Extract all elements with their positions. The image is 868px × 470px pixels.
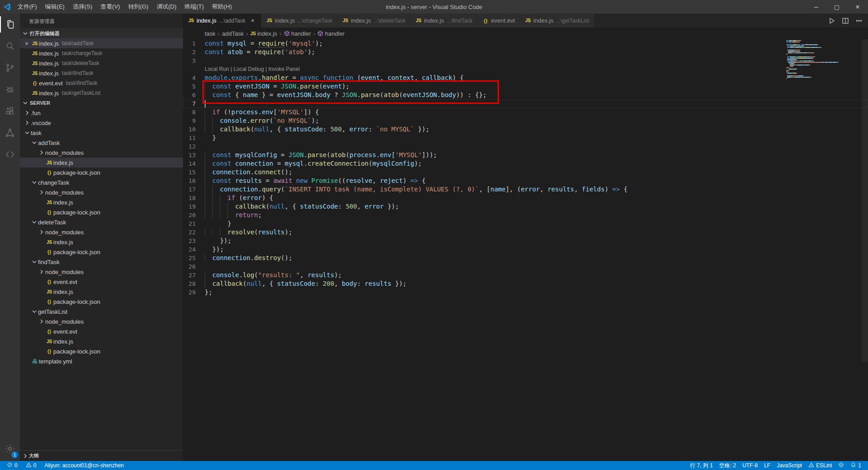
tree-file-event.evt[interactable]: {}event.evt [20, 277, 183, 287]
code-editor[interactable]: 1const mysql = require('mysql');2const a… [183, 39, 868, 461]
codelens-links[interactable]: Local Run | Local Debug | Invoke Panel [205, 65, 300, 74]
js-file-icon: JS [250, 31, 256, 36]
tree-folder-deleteTask[interactable]: deleteTask [20, 217, 183, 227]
tree-file-package-lock.json[interactable]: {}package-lock.json [20, 168, 183, 177]
tree-folder-node_modules[interactable]: node_modules [20, 267, 183, 277]
menu-item[interactable]: 帮助(H) [208, 0, 236, 14]
problems-errors[interactable]: 0 [4, 461, 21, 470]
code-line-2: 2const atob = require('atob'); [183, 48, 868, 56]
source-control-icon[interactable] [0, 57, 20, 79]
minimap[interactable] [786, 40, 861, 79]
open-editor-item[interactable]: ×JSindex.jstask\addTask [20, 38, 183, 48]
editor-scrollbar[interactable] [862, 39, 868, 362]
tree-folder-node_modules[interactable]: node_modules [20, 316, 183, 326]
js-file-icon: JS [415, 18, 422, 23]
debug-icon[interactable] [0, 79, 20, 100]
breadcrumb-item[interactable]: handler [317, 30, 344, 37]
eslint-status[interactable]: ESLint [805, 461, 835, 470]
server-section-header[interactable]: SERVER [20, 98, 183, 108]
chevron-down-icon [22, 30, 29, 37]
tree-folder-findTask[interactable]: findTask [20, 257, 183, 267]
tree-folder-addTask[interactable]: addTask [20, 138, 183, 148]
window-title: index.js - server - Visual Studio Code [386, 4, 483, 10]
editor-tab[interactable]: JSindex.js...\deleteTask [338, 14, 411, 28]
notifications[interactable]: 1 [847, 461, 864, 470]
tree-file-package-lock.json[interactable]: {}package-lock.json [20, 297, 183, 307]
js-file-icon: JS [31, 61, 39, 66]
outline-section[interactable]: 大纲 [20, 450, 183, 461]
breadcrumb-item[interactable]: JSindex.js [250, 30, 277, 37]
split-editor-icon[interactable] [842, 17, 849, 24]
feedback[interactable] [835, 461, 847, 470]
breadcrumb-item[interactable]: task [205, 30, 216, 37]
menu-item[interactable]: 编辑(E) [41, 0, 69, 14]
menu-item[interactable]: 转到(G) [124, 0, 153, 14]
run-code-icon[interactable] [828, 17, 835, 24]
tree-folder-node_modules[interactable]: node_modules [20, 187, 183, 197]
editor-tab[interactable]: {}event.evt [478, 14, 520, 28]
tree-folder-.fun[interactable]: .fun [20, 108, 183, 118]
editor-tab[interactable]: JSindex.js...\changeTask [261, 14, 337, 28]
tree-file-package-lock.json[interactable]: {}package-lock.json [20, 346, 183, 356]
breadcrumb-item[interactable]: addTask [222, 30, 244, 37]
open-editor-item[interactable]: JSindex.jstask\changeTask [20, 48, 183, 58]
json-file-icon: {} [45, 279, 53, 284]
editor-tab[interactable]: JSindex.js...\getTaskList [520, 14, 594, 28]
chevron-down-icon [31, 258, 38, 265]
menu-item[interactable]: 查看(V) [96, 0, 124, 14]
breadcrumb-item[interactable]: handler [284, 30, 311, 37]
open-editor-item[interactable]: JSindex.jstask\getTaskList [20, 88, 183, 98]
tree-folder-node_modules[interactable]: node_modules [20, 227, 183, 237]
extensions-icon[interactable] [0, 100, 20, 122]
tree-file-event.evt[interactable]: {}event.evt [20, 326, 183, 336]
aliyun-account[interactable]: Aliyun: account01@cn-shenzhen [41, 461, 127, 470]
menu-item[interactable]: 文件(F) [14, 0, 41, 14]
language-mode[interactable]: JavaScript [774, 461, 805, 470]
js-file-icon: JS [45, 339, 53, 344]
code-line-1: 1const mysql = require('mysql'); [183, 39, 868, 48]
manage-gear-icon[interactable]: 1 [0, 437, 20, 461]
tree-file-index.js[interactable]: JSindex.js [20, 336, 183, 346]
maximize-button[interactable]: ▢ [826, 0, 847, 14]
tree-folder-changeTask[interactable]: changeTask [20, 177, 183, 187]
tree-file-index.js[interactable]: JSindex.js [20, 158, 183, 168]
close-icon[interactable]: × [249, 17, 256, 24]
editor-tab[interactable]: JSindex.js...\addTask× [183, 14, 261, 28]
tree-folder-.vscode[interactable]: .vscode [20, 118, 183, 128]
close-button[interactable]: ✕ [847, 0, 868, 14]
close-icon[interactable]: × [23, 40, 31, 47]
tree-file-template.yml[interactable]: template.yml [20, 356, 183, 366]
json-file-icon: {} [45, 209, 53, 215]
editor-tab[interactable]: JSindex.js...\findTask [410, 14, 477, 28]
cursor-position[interactable]: 行 7, 列 1 [687, 461, 716, 470]
chevron-down-icon [22, 99, 29, 107]
menu-item[interactable]: 调试(D) [152, 0, 180, 14]
open-editor-item[interactable]: {}event.evttask\findTask [20, 78, 183, 88]
tree-folder-node_modules[interactable]: node_modules [20, 148, 183, 158]
open-editor-item[interactable]: JSindex.jstask\findTask [20, 68, 183, 78]
tools-plugin-icon[interactable] [0, 144, 20, 165]
menu-item[interactable]: 终端(T) [180, 0, 208, 14]
chevron-right-icon [23, 119, 31, 126]
encoding[interactable]: UTF-8 [739, 461, 761, 470]
menu-item[interactable]: 选择(S) [69, 0, 96, 14]
eol[interactable]: LF [761, 461, 774, 470]
tree-file-index.js[interactable]: JSindex.js [20, 197, 183, 207]
more-actions-icon[interactable] [855, 17, 863, 24]
code-line-28: 28 callback(null, { statusCode: 200, bod… [183, 279, 868, 288]
search-icon[interactable] [0, 35, 20, 57]
tree-file-package-lock.json[interactable]: {}package-lock.json [20, 247, 183, 257]
tree-folder-task[interactable]: task [20, 128, 183, 138]
problems-warnings[interactable]: 0 [23, 461, 40, 470]
aliyun-plugin-icon[interactable] [0, 122, 20, 144]
explorer-icon[interactable] [0, 14, 20, 35]
tree-file-index.js[interactable]: JSindex.js [20, 287, 183, 297]
open-editors-header[interactable]: 打开的编辑器 [20, 28, 183, 38]
indentation[interactable]: 空格: 2 [716, 461, 739, 470]
tree-folder-getTaskList[interactable]: getTaskList [20, 307, 183, 316]
breadcrumb: task›addTask›JSindex.js›handler›handler [183, 28, 868, 39]
tree-file-index.js[interactable]: JSindex.js [20, 237, 183, 247]
open-editor-item[interactable]: JSindex.jstask\deleteTask [20, 58, 183, 68]
tree-file-package-lock.json[interactable]: {}package-lock.json [20, 207, 183, 217]
minimize-button[interactable]: ─ [806, 0, 826, 14]
